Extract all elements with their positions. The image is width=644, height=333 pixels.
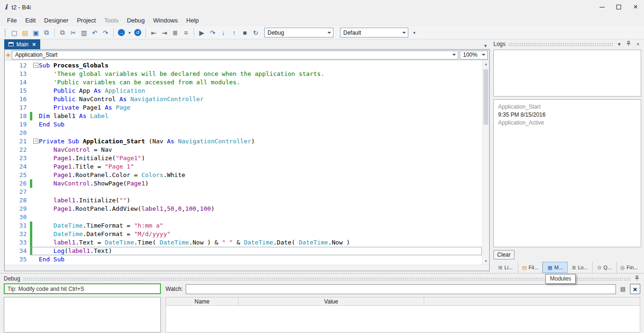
maximize-button[interactable]: [610, 0, 627, 14]
column-header-name[interactable]: Name: [166, 297, 239, 305]
combo-chevron-icon[interactable]: [480, 51, 487, 59]
code-line-34[interactable]: 34 Log(label1.Text): [5, 247, 482, 255]
build-config-combobox[interactable]: Default: [340, 28, 408, 37]
code-line-22[interactable]: 22 NavControl = Nav: [5, 146, 482, 154]
step-out-icon[interactable]: ↑: [229, 28, 239, 38]
code-line-28[interactable]: 28 label1.Initialize(""): [5, 196, 482, 205]
code-line-17[interactable]: 17 Private Page1 As Page: [5, 104, 482, 112]
logs-top-box[interactable]: [493, 50, 641, 96]
code-line-35[interactable]: 35End Sub: [5, 255, 482, 264]
tab-list-chevron-icon[interactable]: ▾: [481, 39, 490, 49]
close-panel-icon[interactable]: ×: [635, 41, 641, 47]
code-line-15[interactable]: 15 Public App As Application: [5, 87, 482, 95]
combo-chevron-icon[interactable]: [400, 28, 408, 37]
pin-icon[interactable]: [634, 275, 640, 282]
menu-tools[interactable]: Tools: [100, 15, 123, 26]
logs-output[interactable]: Application_Start9:35 PM 8/15/2016Applic…: [493, 99, 641, 247]
copy-icon[interactable]: ⧉: [57, 28, 68, 38]
scroll-down-icon[interactable]: ▼: [483, 258, 489, 265]
save-icon[interactable]: ▣: [30, 28, 41, 38]
code-line-27[interactable]: 27: [5, 188, 482, 196]
code-line-23[interactable]: 23 Page1.Initialize("Page1"): [5, 154, 482, 163]
chevron-down-icon[interactable]: ▾: [616, 41, 622, 47]
save-all-icon[interactable]: ⧉: [41, 28, 52, 38]
code-line-26[interactable]: 26 NavControl.ShowPage(Page1): [5, 179, 482, 188]
debug-list-box[interactable]: [4, 297, 161, 333]
indent-increase-icon[interactable]: ⇥: [159, 28, 170, 38]
zoom-combobox[interactable]: 100%: [460, 51, 488, 59]
rebuild-icon[interactable]: ↺: [132, 28, 143, 38]
editor-vertical-scrollbar[interactable]: ▲ ▼: [482, 60, 489, 265]
scrollbar-track[interactable]: [483, 67, 489, 258]
fold-collapse-icon[interactable]: −: [33, 139, 38, 144]
tab-modules[interactable]: ▦M...: [543, 262, 568, 273]
code-line-30[interactable]: 30: [5, 213, 482, 222]
code-line-13[interactable]: 13 'These global variables will be decla…: [5, 70, 482, 78]
code-line-16[interactable]: 16 Public NavControl As NavigationContro…: [5, 95, 482, 104]
scrollbar-thumb[interactable]: [484, 69, 488, 125]
open-folder-icon[interactable]: ▤: [20, 28, 30, 38]
toolbar-grip[interactable]: [4, 29, 7, 37]
code-line-25[interactable]: 25 Page1.RootPanel.Color = Colors.White: [5, 171, 482, 179]
clear-watch-button[interactable]: ×: [630, 284, 640, 294]
code-line-18[interactable]: 18Dim label1 As Label: [5, 112, 482, 120]
indent-decrease-icon[interactable]: ⇤: [148, 28, 159, 38]
clear-logs-button[interactable]: Clear: [493, 250, 514, 259]
tab-files[interactable]: ▤Fil...: [518, 262, 543, 273]
uncomment-icon[interactable]: ≡: [181, 28, 191, 38]
run-icon[interactable]: ▶: [196, 28, 207, 38]
toolbar-overflow-icon[interactable]: ▾: [412, 28, 417, 38]
tab-main[interactable]: Main ×: [4, 39, 40, 49]
panel-drag-handle[interactable]: [508, 43, 613, 46]
tab-find[interactable]: ◎Fin...: [617, 262, 641, 273]
refresh-icon[interactable]: ↻: [250, 28, 261, 38]
code-line-24[interactable]: 24 Page1.Title = "Page 1": [5, 163, 482, 171]
code-line-32[interactable]: 32 DateTime.DateFormat = "M/d/yyyy": [5, 230, 482, 238]
code-line-12[interactable]: 12−Sub Process_Globals: [5, 61, 482, 70]
menu-debug[interactable]: Debug: [123, 15, 149, 26]
watch-list-icon[interactable]: ▤: [619, 286, 627, 292]
step-into-icon[interactable]: ↓: [218, 28, 229, 38]
combo-chevron-icon[interactable]: [450, 51, 458, 59]
editor-horizontal-scrollbar[interactable]: [5, 265, 489, 271]
tab-close-icon[interactable]: ×: [32, 41, 36, 48]
paste-icon[interactable]: ▥: [79, 28, 89, 38]
minimize-button[interactable]: [593, 0, 610, 14]
comment-icon[interactable]: ≣: [170, 28, 181, 38]
chevron-down-icon[interactable]: ▾: [127, 28, 132, 38]
menu-project[interactable]: Project: [72, 15, 100, 26]
tab-quick-search[interactable]: ⊙Q...: [593, 262, 617, 273]
code-line-20[interactable]: 20: [5, 129, 482, 137]
compile-icon[interactable]: →: [116, 28, 127, 38]
step-over-icon[interactable]: ↷: [207, 28, 218, 38]
panel-drag-handle[interactable]: [23, 277, 631, 281]
combo-chevron-icon[interactable]: [326, 28, 333, 37]
close-button[interactable]: ×: [627, 0, 644, 14]
column-header-value[interactable]: Value: [239, 297, 424, 305]
code-line-14[interactable]: 14 'Public variables can be accessed fro…: [5, 78, 482, 87]
code-lines[interactable]: 12−Sub Process_Globals13 'These global v…: [5, 60, 482, 265]
code-line-33[interactable]: 33 label1.Text = DateTime.Time( DateTime…: [5, 238, 482, 247]
scroll-up-icon[interactable]: ▲: [483, 60, 489, 67]
undo-icon[interactable]: ↶: [89, 28, 100, 38]
menu-windows[interactable]: Windows: [149, 15, 182, 26]
debug-mode-combobox[interactable]: Debug: [264, 28, 333, 37]
menu-edit[interactable]: Edit: [21, 15, 40, 26]
menu-help[interactable]: Help: [182, 15, 203, 26]
method-navigator-combobox[interactable]: Application_Start: [12, 51, 458, 59]
menu-designer[interactable]: Designer: [40, 15, 72, 26]
tab-logs[interactable]: ≣Lo...: [568, 262, 593, 273]
cut-icon[interactable]: ✂: [68, 28, 79, 38]
stop-icon[interactable]: ■: [239, 28, 250, 38]
code-line-21[interactable]: 21−Private Sub Application_Start (Nav As…: [5, 137, 482, 146]
new-file-icon[interactable]: ▢: [9, 28, 20, 38]
watch-table-body[interactable]: [166, 306, 640, 332]
fold-collapse-icon[interactable]: −: [33, 63, 38, 68]
code-line-31[interactable]: 31 DateTime.TimeFormat = "h:mm a": [5, 222, 482, 230]
redo-icon[interactable]: ↷: [100, 28, 111, 38]
tab-libraries[interactable]: ⊞Li...: [493, 262, 518, 273]
code-line-29[interactable]: 29 Page1.RootPanel.AddView(label1,50,0,1…: [5, 205, 482, 213]
pin-icon[interactable]: [625, 41, 632, 47]
code-line-19[interactable]: 19End Sub: [5, 120, 482, 129]
menu-file[interactable]: File: [3, 15, 21, 26]
